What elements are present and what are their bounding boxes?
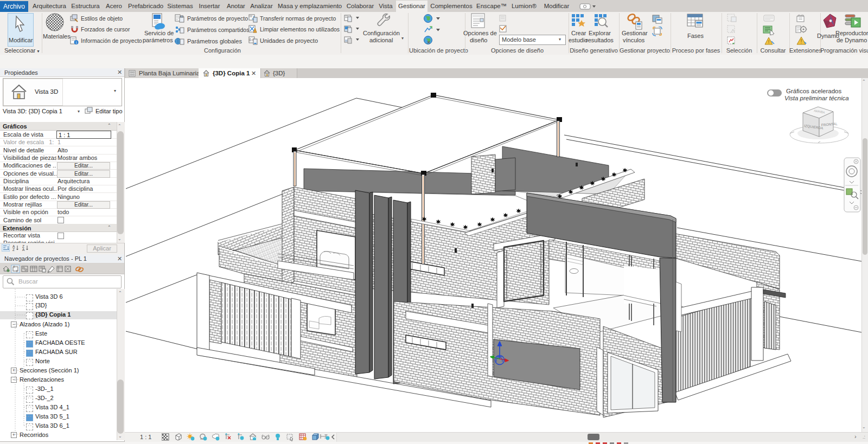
svg-text:Vista preliminar técnica: Vista preliminar técnica xyxy=(784,95,849,101)
svg-text:!: ! xyxy=(768,39,770,44)
svg-text:!: ! xyxy=(801,38,802,44)
svg-text:A: A xyxy=(22,248,25,252)
svg-text:Gráficos acelerados: Gráficos acelerados xyxy=(786,88,842,94)
svg-text:Z: Z xyxy=(12,248,15,252)
svg-text:FRONTAL: FRONTAL xyxy=(821,121,838,127)
